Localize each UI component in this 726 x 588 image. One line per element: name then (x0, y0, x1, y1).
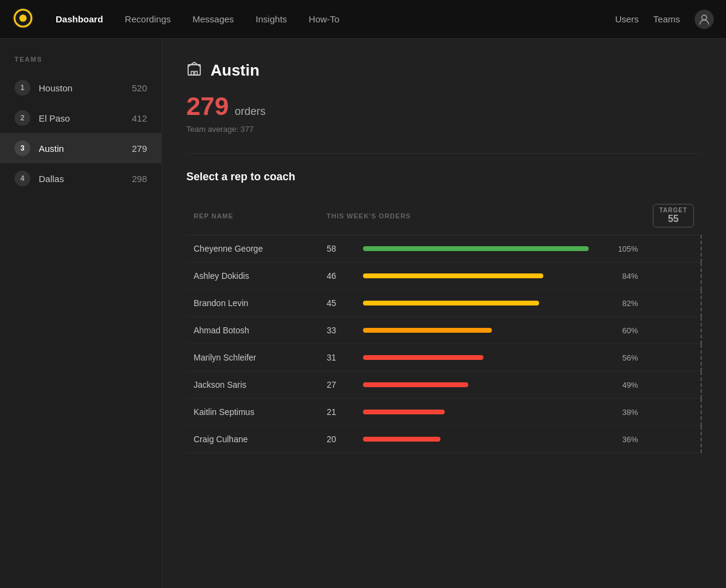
bar-track (363, 410, 589, 414)
rep-orders: 31 (319, 344, 356, 371)
table-row[interactable]: Ashley Dokidis 46 84% (186, 263, 701, 290)
team-name: Houston (39, 83, 132, 93)
nav-teams[interactable]: Teams (653, 14, 680, 24)
rep-percent: 84% (596, 272, 638, 281)
rep-bar-cell: 60% (356, 317, 646, 344)
bar-track (363, 273, 589, 278)
rep-bar-cell: 82% (356, 290, 646, 317)
navbar-right: Users Teams (615, 10, 714, 29)
team-count: 412 (132, 113, 147, 123)
sidebar-team-austin[interactable]: 3 Austin 279 (0, 133, 162, 163)
nav-recordings[interactable]: Recordings (115, 9, 180, 29)
team-number: 3 (15, 140, 30, 156)
sidebar-team-el paso[interactable]: 2 El Paso 412 (0, 103, 162, 133)
rep-percent: 105% (596, 244, 638, 253)
team-number: 4 (15, 171, 30, 186)
col-rep-name: REP NAME (186, 198, 319, 235)
rep-name: Ashley Dokidis (186, 263, 319, 290)
rep-percent: 38% (596, 408, 638, 417)
bar-fill (363, 382, 468, 387)
teams-section-title: TEAMS (0, 56, 162, 63)
rep-name: Kaitlin Septimus (186, 399, 319, 426)
target-line-cell (646, 317, 701, 344)
team-count: 279 (132, 143, 147, 154)
table-row[interactable]: Brandon Levin 45 82% (186, 290, 701, 317)
nav-dashboard[interactable]: Dashboard (46, 9, 113, 29)
bar-container: 49% (363, 381, 638, 390)
stats-block: 279 orders Team average: 377 (186, 92, 702, 134)
table-row[interactable]: Craig Culhane 20 36% (186, 426, 701, 453)
bar-fill (363, 273, 543, 278)
rep-bar-cell: 84% (356, 263, 646, 290)
sidebar: TEAMS 1 Houston 520 2 El Paso 412 3 Aust… (0, 39, 162, 588)
rep-bar-cell: 105% (356, 235, 646, 263)
team-name: Austin (39, 143, 132, 154)
rep-orders: 33 (319, 317, 356, 344)
bar-track (363, 382, 589, 387)
bar-track (363, 246, 589, 251)
svg-rect-4 (188, 65, 200, 75)
orders-label: orders (235, 105, 266, 118)
target-line-cell (646, 263, 701, 290)
main-content: Austin 279 orders Team average: 377 Sele… (162, 39, 726, 588)
orders-number: 279 (186, 92, 229, 121)
rep-percent: 60% (596, 326, 638, 335)
rep-percent: 36% (596, 435, 638, 444)
rep-bar-cell: 36% (356, 426, 646, 453)
table-row[interactable]: Kaitlin Septimus 21 38% (186, 399, 701, 426)
table-row[interactable]: Marilyn Schleifer 31 56% (186, 344, 701, 371)
navbar: Dashboard Recordings Messages Insights H… (0, 0, 726, 39)
col-orders: THIS WEEK'S ORDERS (319, 198, 646, 235)
sidebar-team-houston[interactable]: 1 Houston 520 (0, 73, 162, 103)
bar-track (363, 437, 589, 442)
sidebar-team-dallas[interactable]: 4 Dallas 298 (0, 163, 162, 194)
rep-percent: 82% (596, 299, 638, 308)
team-list: 1 Houston 520 2 El Paso 412 3 Austin 279… (0, 73, 162, 194)
user-avatar[interactable] (695, 10, 714, 29)
target-value: 55 (668, 214, 679, 224)
nav-messages[interactable]: Messages (183, 9, 243, 29)
layout: TEAMS 1 Houston 520 2 El Paso 412 3 Aust… (0, 39, 726, 588)
rep-orders: 46 (319, 263, 356, 290)
rep-name: Marilyn Schleifer (186, 344, 319, 371)
bar-fill (363, 355, 483, 360)
bar-fill (363, 437, 440, 442)
bar-fill (363, 328, 492, 333)
rep-orders: 45 (319, 290, 356, 317)
bar-track (363, 355, 589, 360)
bar-track (363, 301, 589, 305)
nav-howto[interactable]: How-To (299, 9, 349, 29)
bar-fill (363, 246, 589, 251)
col-target: TARGET 55 (646, 198, 701, 235)
team-title: Austin (211, 61, 260, 80)
target-line-cell (646, 290, 701, 317)
logo[interactable] (12, 7, 46, 31)
rep-table-body: Cheyenne George 58 105% Ashley Dokidis 4… (186, 235, 701, 453)
table-row[interactable]: Ahmad Botosh 33 60% (186, 317, 701, 344)
target-label: TARGET (659, 207, 687, 214)
bar-container: 36% (363, 435, 638, 444)
team-count: 520 (132, 83, 147, 93)
navbar-nav: Dashboard Recordings Messages Insights H… (46, 9, 615, 29)
nav-users[interactable]: Users (615, 14, 639, 24)
rep-bar-cell: 38% (356, 399, 646, 426)
bar-fill (363, 410, 445, 414)
bar-container: 38% (363, 408, 638, 417)
rep-name: Craig Culhane (186, 426, 319, 453)
orders-count: 279 orders (186, 92, 702, 121)
target-line-cell (646, 399, 701, 426)
target-line-cell (646, 426, 701, 453)
rep-bar-cell: 56% (356, 344, 646, 371)
team-number: 1 (15, 80, 30, 96)
nav-insights[interactable]: Insights (246, 9, 297, 29)
team-name: El Paso (39, 113, 132, 123)
team-name: Dallas (39, 174, 132, 184)
rep-orders: 58 (319, 235, 356, 263)
bar-container: 84% (363, 272, 638, 281)
rep-percent: 49% (596, 381, 638, 390)
team-count: 298 (132, 174, 147, 184)
table-row[interactable]: Cheyenne George 58 105% (186, 235, 701, 263)
table-row[interactable]: Jackson Saris 27 49% (186, 371, 701, 399)
bar-container: 60% (363, 326, 638, 335)
rep-name: Cheyenne George (186, 235, 319, 263)
